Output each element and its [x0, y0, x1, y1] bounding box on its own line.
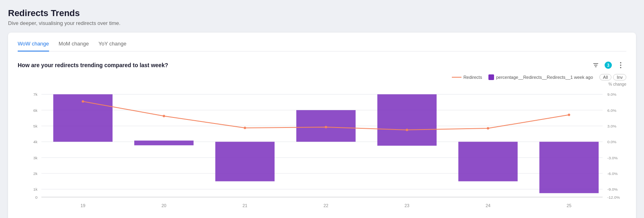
- bar-25: [539, 142, 599, 193]
- filter-icon[interactable]: [590, 60, 601, 71]
- chart-legend: Redirects percentage__Redirects__Redirec…: [18, 74, 626, 80]
- svg-text:-12.0%: -12.0%: [607, 195, 620, 199]
- svg-text:7k: 7k: [33, 92, 37, 97]
- legend-buttons: All Inv: [599, 74, 626, 80]
- svg-text:0: 0: [35, 195, 38, 199]
- chart-title: How are your redirects trending compared…: [18, 62, 168, 68]
- chart-svg: 7k 6k 5k 4k 3k 2k 1k 0 9.0% 6.0% 3.0% 0.…: [18, 87, 626, 216]
- line-dot-23: [406, 129, 408, 131]
- svg-text:4k: 4k: [33, 140, 37, 144]
- page-subtitle: Dive deeper, visualising your redirects …: [8, 20, 636, 26]
- chart-actions: 3: [590, 60, 626, 71]
- legend-redirects-label: Redirects: [464, 75, 482, 80]
- line-dot-22: [325, 126, 327, 128]
- svg-point-4: [620, 65, 621, 66]
- bar-20: [134, 140, 193, 145]
- svg-text:23: 23: [404, 203, 409, 208]
- bar-24: [458, 142, 517, 181]
- filter-count-badge: 3: [605, 62, 612, 69]
- svg-text:3k: 3k: [33, 156, 37, 160]
- chart-area: 7k 6k 5k 4k 3k 2k 1k 0 9.0% 6.0% 3.0% 0.…: [18, 87, 626, 216]
- svg-text:6k: 6k: [33, 108, 37, 113]
- svg-text:20: 20: [162, 203, 166, 208]
- page-title: Redirects Trends: [8, 8, 636, 19]
- svg-text:24: 24: [486, 203, 490, 208]
- svg-text:-9.0%: -9.0%: [607, 187, 618, 191]
- tab-mom-change[interactable]: MoM change: [59, 41, 89, 51]
- legend-line-icon: [452, 77, 461, 78]
- y-axis-right-label: % change: [18, 82, 626, 86]
- svg-text:6.0%: 6.0%: [607, 108, 617, 113]
- bar-23: [377, 94, 437, 146]
- tab-wow-change[interactable]: WoW change: [18, 41, 49, 51]
- chart-header: How are your redirects trending compared…: [18, 60, 626, 71]
- svg-text:0.0%: 0.0%: [607, 140, 617, 144]
- line-dot-24: [487, 127, 489, 130]
- page-header: Redirects Trends Dive deeper, visualisin…: [8, 8, 636, 26]
- svg-text:25: 25: [566, 203, 571, 208]
- legend-inv-button[interactable]: Inv: [613, 74, 626, 80]
- main-card: WoW change MoM change YoY change How are…: [8, 33, 636, 218]
- svg-text:-3.0%: -3.0%: [607, 156, 618, 160]
- svg-point-3: [620, 62, 621, 64]
- svg-text:19: 19: [80, 203, 85, 208]
- tab-yoy-change[interactable]: YoY change: [98, 41, 126, 51]
- line-dot-25: [568, 114, 570, 116]
- svg-text:5k: 5k: [33, 124, 37, 128]
- svg-text:22: 22: [324, 203, 328, 208]
- legend-all-button[interactable]: All: [599, 74, 611, 80]
- legend-bar: percentage__Redirects__Redirects__1 week…: [488, 74, 593, 80]
- tab-bar: WoW change MoM change YoY change: [18, 41, 626, 51]
- legend-square-icon: [488, 74, 494, 80]
- svg-text:3.0%: 3.0%: [607, 124, 617, 128]
- svg-text:9.0%: 9.0%: [607, 92, 617, 97]
- svg-text:2k: 2k: [33, 171, 37, 176]
- bar-21: [215, 142, 275, 181]
- svg-text:21: 21: [242, 203, 247, 208]
- legend-redirects: Redirects: [452, 75, 482, 80]
- svg-point-5: [620, 67, 621, 68]
- svg-text:1k: 1k: [33, 187, 37, 191]
- legend-bar-label: percentage__Redirects__Redirects__1 week…: [496, 75, 593, 80]
- more-options-icon[interactable]: [615, 60, 626, 71]
- line-dot-19: [82, 100, 84, 103]
- line-dot-20: [163, 115, 165, 117]
- line-dot-21: [244, 127, 246, 129]
- svg-text:-6.0%: -6.0%: [607, 171, 618, 176]
